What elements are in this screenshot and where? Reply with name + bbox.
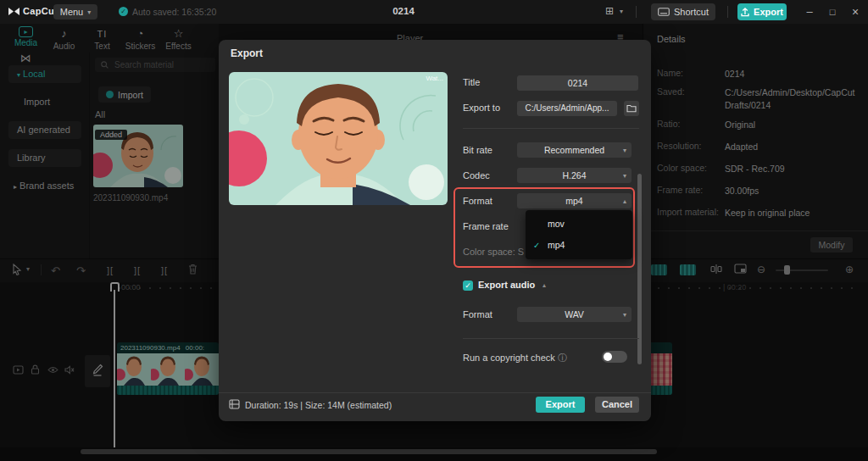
- sidebar-item-import-label: Import: [24, 97, 50, 107]
- zoom-slider-handle[interactable]: [784, 265, 790, 275]
- clip-filmstrip: [117, 353, 219, 386]
- sidebar-item-library[interactable]: Library: [8, 149, 81, 167]
- dialog-cancel-button[interactable]: Cancel: [595, 397, 639, 413]
- export-audio-checkbox[interactable]: ✓: [463, 280, 473, 291]
- workspace-layout-icon[interactable]: ⊞: [605, 5, 614, 17]
- export-to-label: Export to: [463, 103, 500, 113]
- format-option-mp4-label: mp4: [548, 240, 565, 250]
- zoom-in-icon[interactable]: ⊕: [845, 264, 854, 275]
- horizontal-scrollbar[interactable]: [81, 449, 657, 454]
- form-divider: [463, 128, 639, 129]
- tab-media[interactable]: ▸ Media: [7, 26, 45, 47]
- codec-value: H.264: [562, 170, 586, 181]
- sidebar-item-local[interactable]: ▾ Local: [8, 65, 81, 83]
- codec-select[interactable]: H.264 ▾: [517, 168, 632, 183]
- autosave-check-icon: ✓: [119, 7, 128, 16]
- topbar-export-button[interactable]: Export: [737, 3, 787, 20]
- capcut-logo-icon: [8, 6, 20, 17]
- timeline-clip[interactable]: 202311090930.mp4 00:00:: [117, 342, 219, 395]
- select-tool-icon[interactable]: [12, 264, 22, 275]
- details-saved-label: Saved:: [657, 86, 685, 97]
- timeline-clip-fragment[interactable]: [651, 342, 672, 395]
- eye-icon[interactable]: [47, 366, 58, 374]
- audio-format-select[interactable]: WAV ▾: [517, 307, 632, 322]
- mute-speaker-icon[interactable]: [64, 365, 75, 375]
- undo-icon[interactable]: ↶: [51, 264, 60, 277]
- media-thumbnail[interactable]: Added: [93, 125, 183, 187]
- menu-button[interactable]: Menu ▾: [53, 4, 97, 19]
- sidebar-item-brand-assets[interactable]: ▸ Brand assets: [8, 177, 81, 195]
- search-box[interactable]: [95, 58, 215, 72]
- track-type-icon: [13, 365, 24, 375]
- text-icon: TI: [83, 26, 121, 42]
- format-option-mp4[interactable]: ✓ mp4: [526, 235, 632, 256]
- audio-format-label: Format: [463, 309, 492, 319]
- playhead-line[interactable]: [114, 290, 115, 447]
- split-left-icon[interactable]: ][: [107, 265, 114, 275]
- export-upload-icon: [741, 8, 749, 17]
- zoom-out-icon[interactable]: ⊖: [757, 264, 765, 275]
- lock-icon[interactable]: [31, 364, 40, 375]
- all-filter-label: All: [95, 109, 105, 119]
- bit-rate-select[interactable]: Recommended ▾: [517, 142, 632, 158]
- folder-icon: [626, 104, 637, 113]
- restore-button[interactable]: □: [823, 0, 842, 24]
- mirror-split-icon[interactable]: [710, 264, 722, 275]
- tab-stickers[interactable]: ◔ Stickers: [121, 26, 159, 51]
- copyright-check-text: Run a copyright check: [463, 353, 555, 363]
- export-path-field[interactable]: C:/Users/Admin/App...: [517, 101, 617, 116]
- title-input[interactable]: [517, 75, 638, 91]
- toggle-knob: [604, 353, 612, 361]
- tab-effects[interactable]: ☆ Effects: [159, 26, 198, 51]
- sidebar-item-ai-generated-label: AI generated: [17, 125, 70, 135]
- preview-frame-icon[interactable]: [734, 264, 747, 274]
- copyright-check-label: Run a copyright check ⓘ: [463, 352, 567, 364]
- details-colorspace-value: SDR - Rec.709: [725, 163, 859, 175]
- format-dropdown: mov ✓ mp4: [526, 210, 632, 259]
- info-icon[interactable]: ⓘ: [558, 353, 567, 363]
- search-input[interactable]: [113, 59, 209, 70]
- sidebar-item-import[interactable]: Import: [8, 93, 81, 111]
- browse-folder-button[interactable]: [624, 101, 639, 116]
- sidebar-item-ai-generated[interactable]: AI generated: [8, 121, 81, 139]
- auto-captions-icon[interactable]: [651, 264, 667, 275]
- app-name: CapCut: [23, 6, 58, 16]
- import-icon: [106, 91, 114, 98]
- tab-text[interactable]: TI Text: [83, 26, 121, 51]
- import-button[interactable]: Import: [98, 86, 151, 103]
- chevron-down-icon: ▾: [17, 71, 20, 79]
- topbar-export-label: Export: [754, 7, 783, 17]
- topbar-divider: [636, 6, 637, 18]
- minimize-button[interactable]: –: [800, 0, 819, 24]
- copyright-toggle[interactable]: [602, 351, 627, 363]
- project-title: 0214: [370, 6, 437, 16]
- autosave-status: Auto saved: 16:35:20: [132, 7, 216, 17]
- redo-icon[interactable]: ↷: [76, 264, 86, 277]
- tab-effects-label: Effects: [165, 42, 191, 51]
- format-option-mov[interactable]: mov: [526, 214, 632, 235]
- delete-icon[interactable]: [188, 264, 198, 275]
- modify-button[interactable]: Modify: [810, 237, 853, 253]
- edit-tool-panel[interactable]: [85, 355, 110, 387]
- collapse-icon[interactable]: ▴: [542, 281, 546, 289]
- topbar: CapCut Menu ▾ ✓ Auto saved: 16:35:20 021…: [0, 0, 868, 24]
- chevron-right-icon: ▸: [14, 183, 17, 191]
- split-right-icon[interactable]: ][: [161, 265, 168, 275]
- playhead-time: 00:00: [121, 283, 141, 292]
- close-button[interactable]: ×: [846, 0, 865, 24]
- dialog-export-button[interactable]: Export: [536, 397, 585, 413]
- shortcut-button[interactable]: Shortcut: [651, 3, 715, 20]
- video-preview: Wat...: [229, 72, 448, 205]
- text-template-icon[interactable]: [680, 264, 696, 275]
- workspace-chevron-icon[interactable]: ▾: [620, 8, 623, 15]
- tab-media-label: Media: [14, 38, 37, 47]
- details-import-material-label: Import material:: [657, 207, 719, 217]
- split-icon[interactable]: ][: [134, 265, 141, 275]
- dialog-scrollbar[interactable]: [637, 174, 642, 364]
- chevron-down-icon: ▾: [623, 147, 626, 154]
- bit-rate-value: Recommended: [544, 145, 604, 155]
- stickers-icon: ◔: [121, 26, 159, 42]
- select-tool-chevron-icon[interactable]: ▾: [26, 265, 30, 273]
- menu-button-label: Menu: [60, 7, 84, 17]
- tab-audio[interactable]: ♪ Audio: [45, 26, 83, 51]
